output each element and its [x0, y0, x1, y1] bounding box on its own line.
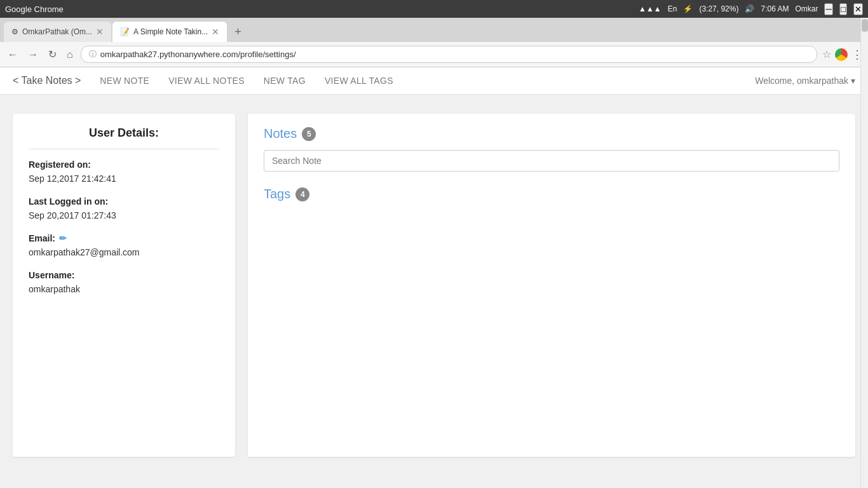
tab-github-label: OmkarPathak (Om... — [22, 27, 92, 36]
keyboard-lang: En — [668, 4, 677, 13]
nav-new-note[interactable]: NEW NOTE — [100, 76, 149, 86]
window-minimize[interactable]: ─ — [824, 3, 832, 15]
url-text: omkarpathak27.pythonanywhere.com/profile… — [100, 50, 296, 59]
page-scrollbar[interactable] — [860, 18, 868, 476]
welcome-message[interactable]: Welcome, omkarpathak ▾ — [755, 76, 855, 86]
bookmark-button[interactable]: ☆ — [822, 48, 831, 60]
os-title: Google Chrome — [5, 4, 64, 14]
username-section: Username: omkarpathak — [29, 270, 219, 294]
nav-view-all-tags[interactable]: VIEW ALL TAGS — [325, 76, 393, 86]
address-bar: ← → ↻ ⌂ ⓘ omkarpathak27.pythonanywhere.c… — [0, 42, 868, 67]
url-bar[interactable]: ⓘ omkarpathak27.pythonanywhere.com/profi… — [81, 46, 817, 63]
os-titlebar: Google Chrome ▲▲▲ En ⚡ (3:27, 92%) 🔊 7:0… — [0, 0, 868, 18]
last-login-value: Sep 20,2017 01:27:43 — [29, 210, 219, 220]
last-login-label: Last Logged in on: — [29, 196, 219, 207]
volume-icon: 🔊 — [745, 4, 754, 13]
address-bar-actions: ☆ ⋮ — [822, 48, 863, 62]
tab-github-close[interactable]: ✕ — [96, 27, 104, 37]
tags-count-badge: 4 — [295, 187, 309, 201]
nav-new-tag[interactable]: NEW TAG — [264, 76, 306, 86]
search-note-input[interactable] — [264, 150, 839, 172]
system-time: 7:06 AM — [761, 4, 789, 13]
chrome-app-title: Google Chrome — [5, 4, 64, 14]
email-edit-icon[interactable]: ✏ — [59, 233, 67, 243]
nav-view-all-notes[interactable]: VIEW ALL NOTES — [168, 76, 245, 86]
notes-title: Notes — [264, 126, 297, 141]
email-section: Email: ✏ omkarpathak27@gmail.com — [29, 233, 219, 257]
back-button[interactable]: ← — [5, 48, 20, 62]
email-label: Email: ✏ — [29, 233, 219, 243]
last-login-section: Last Logged in on: Sep 20,2017 01:27:43 — [29, 196, 219, 220]
window-close[interactable]: ✕ — [853, 3, 863, 15]
registered-value: Sep 12,2017 21:42:41 — [29, 173, 219, 184]
simplenote-favicon: 📝 — [120, 27, 130, 36]
browser-chrome: ⚙ OmkarPathak (Om... ✕ 📝 A Simple Note T… — [0, 18, 868, 67]
welcome-text: Welcome, omkarpathak — [755, 76, 848, 86]
tags-heading: Tags 4 — [264, 187, 839, 201]
bluetooth-icon: ⚡ — [683, 4, 693, 13]
page-content: User Details: Registered on: Sep 12,2017… — [0, 95, 868, 476]
os-system-tray: ▲▲▲ En ⚡ (3:27, 92%) 🔊 7:06 AM Omkar ─ □… — [639, 3, 863, 15]
forward-button[interactable]: → — [25, 48, 41, 62]
user-details-title: User Details: — [29, 126, 219, 149]
home-button[interactable]: ⌂ — [64, 48, 76, 62]
github-favicon: ⚙ — [11, 27, 18, 36]
os-user: Omkar — [795, 4, 818, 13]
registered-section: Registered on: Sep 12,2017 21:42:41 — [29, 159, 219, 184]
notes-tags-panel: Notes 5 Tags 4 — [248, 114, 855, 457]
user-details-card: User Details: Registered on: Sep 12,2017… — [13, 114, 235, 457]
chrome-logo — [835, 48, 848, 61]
email-value: omkarpathak27@gmail.com — [29, 247, 219, 257]
welcome-dropdown-icon: ▾ — [851, 76, 855, 86]
battery-status: (3:27, 92%) — [699, 4, 738, 13]
wifi-icon: ▲▲▲ — [639, 4, 661, 13]
url-info-icon: ⓘ — [89, 49, 97, 60]
username-value: omkarpathak — [29, 284, 219, 294]
page-navbar: < Take Notes > NEW NOTE VIEW ALL NOTES N… — [0, 67, 868, 95]
window-maximize[interactable]: □ — [839, 3, 847, 15]
brand-link[interactable]: < Take Notes > — [13, 75, 81, 86]
tab-github[interactable]: ⚙ OmkarPathak (Om... ✕ — [4, 22, 111, 42]
tags-title: Tags — [264, 187, 290, 201]
scrollbar-thumb[interactable] — [862, 19, 868, 32]
tab-simplenote[interactable]: 📝 A Simple Note Takin... ✕ — [112, 22, 227, 42]
notes-count-badge: 5 — [302, 127, 316, 141]
notes-heading: Notes 5 — [264, 126, 839, 141]
tab-simplenote-label: A Simple Note Takin... — [133, 27, 208, 36]
reload-button[interactable]: ↻ — [46, 47, 59, 62]
username-label: Username: — [29, 270, 219, 280]
tab-bar: ⚙ OmkarPathak (Om... ✕ 📝 A Simple Note T… — [0, 18, 868, 42]
tab-simplenote-close[interactable]: ✕ — [212, 27, 219, 37]
registered-label: Registered on: — [29, 159, 219, 170]
new-tab-button[interactable]: + — [228, 22, 248, 42]
